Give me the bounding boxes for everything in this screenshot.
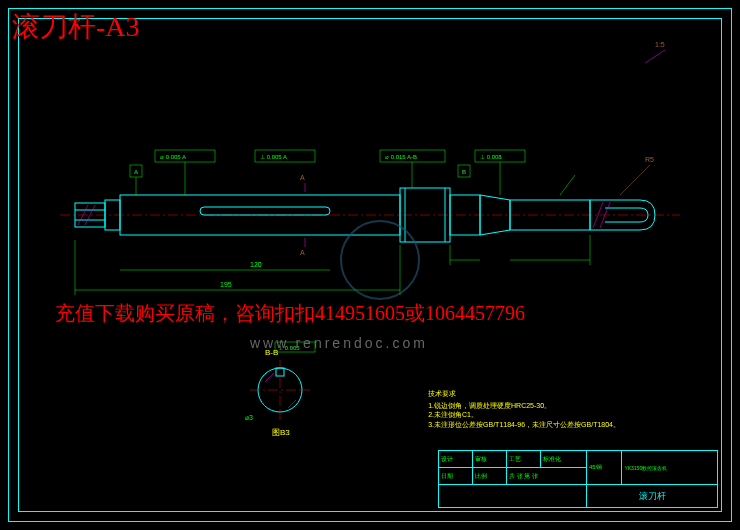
gdt-frames: ⌀ 0.005 A ⊥ 0.005 A ⌀ 0.015 A-B ⊥ 0.008 — [155, 150, 525, 195]
tb-col-2: 工艺 — [507, 451, 541, 468]
tb-col-4: 日期 — [439, 468, 473, 485]
svg-text:1:5: 1:5 — [655, 41, 665, 48]
svg-text:A: A — [300, 174, 305, 181]
watermark-text: 充值下载购买原稿，咨询扣扣414951605或1064457796 — [55, 300, 525, 327]
tb-project: YK3150数控滚齿机 — [622, 451, 718, 485]
note-line-1: 1.锐边倒角，调质处理硬度HRC25-30。 — [428, 401, 620, 411]
tb-part: 滚刀杆 — [587, 485, 718, 508]
technical-notes: 技术要求 1.锐边倒角，调质处理硬度HRC25-30。 2.未注倒角C1。 3.… — [428, 389, 620, 430]
svg-line-59 — [645, 50, 665, 63]
note-line-2: 2.未注倒角C1。 — [428, 410, 620, 420]
svg-text:A: A — [134, 169, 138, 175]
svg-line-51 — [262, 370, 270, 378]
watermark-logo — [340, 220, 420, 300]
tb-col-0: 设计 — [439, 451, 473, 468]
tb-col-6: 共 张 第 张 — [507, 468, 587, 485]
svg-text:⌀ 0.005 A: ⌀ 0.005 A — [160, 154, 186, 160]
tb-material: 45钢 — [587, 451, 622, 485]
svg-text:⊥ 0.005 A: ⊥ 0.005 A — [260, 154, 287, 160]
svg-text:⊥ 0.008: ⊥ 0.008 — [480, 154, 502, 160]
right-leaders: R5 — [560, 156, 654, 195]
tb-col-3: 标准化 — [541, 451, 587, 468]
svg-text:⌀ 0.015 A-B: ⌀ 0.015 A-B — [385, 154, 417, 160]
svg-text:B: B — [462, 169, 466, 175]
svg-line-61 — [620, 165, 650, 195]
svg-text:图B3: 图B3 — [272, 428, 290, 437]
notes-header: 技术要求 — [428, 389, 620, 399]
svg-text:195: 195 — [220, 281, 232, 288]
tb-col-1: 审核 — [473, 451, 507, 468]
svg-line-52 — [265, 373, 274, 382]
svg-text:R5: R5 — [645, 156, 654, 163]
svg-text:A: A — [300, 249, 305, 256]
svg-rect-5 — [200, 207, 330, 215]
svg-text:120: 120 — [250, 261, 262, 268]
tb-empty — [439, 485, 587, 508]
scale-arrow: 1:5 — [645, 41, 665, 63]
watermark-url: www.renrendoc.com — [250, 335, 428, 351]
tb-col-5: 比例 — [473, 468, 507, 485]
note-line-3: 3.未注形位公差按GB/T1184-96，未注尺寸公差按GB/T1804。 — [428, 420, 620, 430]
svg-line-63 — [560, 175, 575, 195]
svg-text:⌀3: ⌀3 — [245, 414, 253, 421]
title-block: 设计 审核 工艺 标准化 45钢 YK3150数控滚齿机 日期 比例 共 张 第… — [438, 450, 718, 508]
section-view: B-B ⊥ 0.005 ⌀3 图B3 — [245, 342, 315, 437]
